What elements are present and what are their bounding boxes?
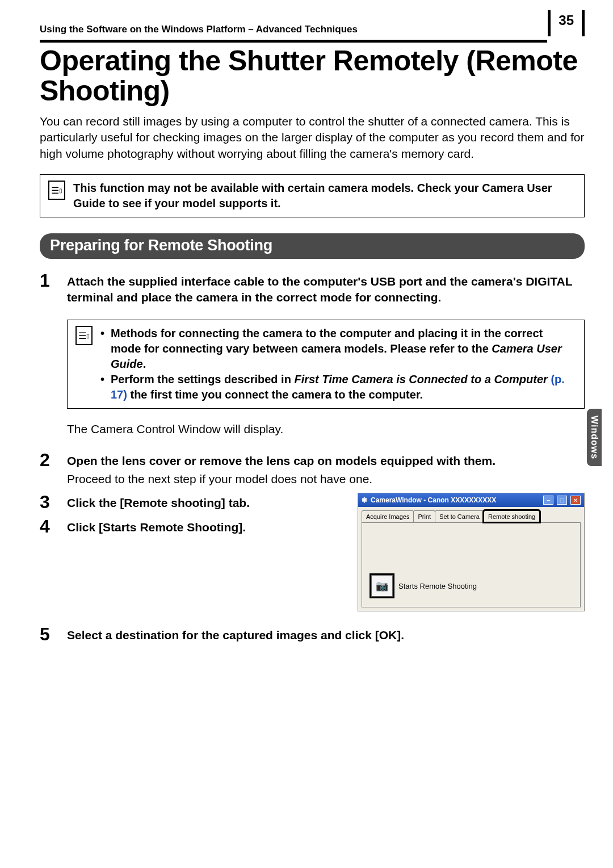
header-rule <box>40 40 547 43</box>
step-number: 2 <box>40 451 67 488</box>
step-number: 4 <box>40 517 67 535</box>
camera-icon: 📷 <box>376 580 388 592</box>
step-1-result: The Camera Control Window will display. <box>67 422 585 436</box>
step-4: 4 Click [Starts Remote Shooting]. <box>40 517 341 535</box>
tab-print[interactable]: Print <box>413 510 435 522</box>
section-heading: Preparing for Remote Shooting <box>40 233 585 259</box>
note-icon: ☰▯ <box>75 326 93 345</box>
starts-remote-shooting-label: Starts Remote Shooting <box>398 582 477 590</box>
note-box-connecting: ☰▯ •Methods for connecting the camera to… <box>67 320 585 409</box>
step-5-text: Select a destination for the captured im… <box>67 627 585 643</box>
note-text: This function may not be available with … <box>73 181 576 211</box>
page-number: 35 <box>548 10 585 36</box>
side-tab-windows: Windows <box>587 409 602 466</box>
intro-paragraph: You can record still images by using a c… <box>40 114 585 162</box>
tab-acquire-images[interactable]: Acquire Images <box>362 510 414 522</box>
step-number: 3 <box>40 493 67 511</box>
page-title: Operating the Shutter Remotely (Remote S… <box>40 46 585 106</box>
step-3-text: Click the [Remote shooting] tab. <box>67 495 341 511</box>
maximize-button[interactable]: □ <box>557 496 567 505</box>
camerawindow-screenshot: ✾ CameraWindow - Canon XXXXXXXXXX – □ × … <box>358 493 585 611</box>
step-number: 1 <box>40 271 67 306</box>
tab-remote-shooting[interactable]: Remote shooting <box>484 510 540 522</box>
step-5: 5 Select a destination for the captured … <box>40 625 585 643</box>
page-header: Using the Software on the Windows Platfo… <box>40 23 585 36</box>
step-3: 3 Click the [Remote shooting] tab. <box>40 493 341 511</box>
tab-set-to-camera[interactable]: Set to Camera <box>435 510 484 522</box>
step-4-text: Click [Starts Remote Shooting]. <box>67 519 341 535</box>
note-icon: ☰▯ <box>48 181 65 200</box>
tab-strip: Acquire Images Print Set to Camera Remot… <box>358 507 584 522</box>
tab-panel: 📷 Starts Remote Shooting <box>362 522 581 607</box>
minimize-button[interactable]: – <box>543 496 553 505</box>
note-text: •Methods for connecting the camera to th… <box>100 326 576 402</box>
window-title: CameraWindow - Canon XXXXXXXXXX <box>371 496 496 504</box>
note-box-availability: ☰▯ This function may not be available wi… <box>40 174 585 217</box>
step-2-subtext: Proceed to the next step if your model d… <box>67 471 585 487</box>
step-number: 5 <box>40 625 67 643</box>
step-1: 1 Attach the supplied interface cable to… <box>40 271 585 306</box>
step-2: 2 Open the lens cover or remove the lens… <box>40 451 585 488</box>
close-button[interactable]: × <box>570 496 581 505</box>
chapter-title: Using the Software on the Windows Platfo… <box>40 23 541 35</box>
step-2-text: Open the lens cover or remove the lens c… <box>67 453 585 469</box>
step-1-text: Attach the supplied interface cable to t… <box>67 274 585 306</box>
window-titlebar: ✾ CameraWindow - Canon XXXXXXXXXX – □ × <box>358 493 584 507</box>
app-icon: ✾ <box>362 496 367 504</box>
starts-remote-shooting-button[interactable]: 📷 <box>371 575 393 597</box>
